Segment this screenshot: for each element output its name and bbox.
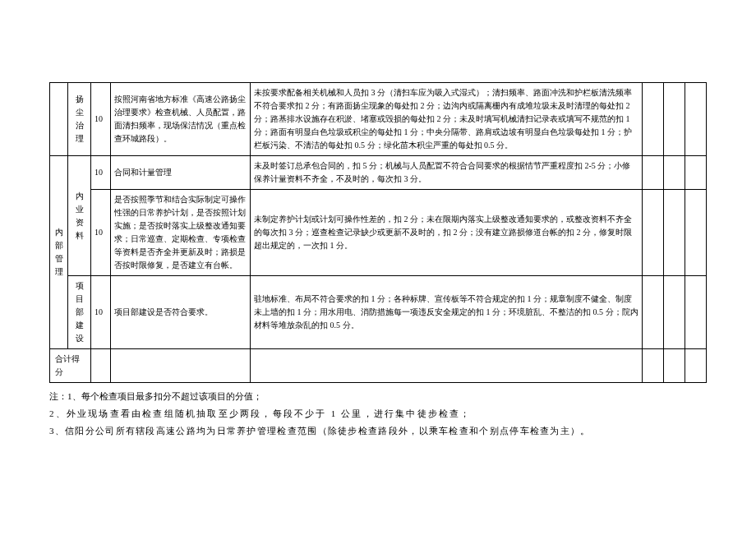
- cell-blank: [664, 156, 685, 190]
- cell-category: 内部管理: [50, 156, 68, 349]
- cell-requirement: 项目部建设是否符合要求。: [111, 276, 251, 349]
- cell-blank: [111, 349, 251, 383]
- footnotes: 注：1、每个检查项目最多扣分不超过该项目的分值； 2、外业现场查看由检查组随机抽…: [49, 388, 707, 440]
- footnote-2: 2、外业现场查看由检查组随机抽取至少两段，每段不少于 1 公里，进行集中徒步检查…: [49, 405, 707, 422]
- table-row-total: 合计得分: [50, 349, 707, 383]
- table-row: 内部管理 内业资料 10 合同和计量管理 未及时签订总承包合同的，扣 5 分；机…: [50, 156, 707, 190]
- cell-blank: [643, 190, 664, 276]
- cell-standard: 驻地标准、布局不符合要求的扣 1 分；各种标牌、宣传板等不符合规定的扣 1 分；…: [251, 276, 643, 349]
- cell-subitem: 扬尘治理: [68, 83, 91, 156]
- cell-standard: 未制定养护计划或计划可操作性差的，扣 2 分；未在限期内落实上级整改通知要求的，…: [251, 190, 643, 276]
- cell-blank: [251, 349, 643, 383]
- table-row: 项目部建设 10 项目部建设是否符合要求。 驻地标准、布局不符合要求的扣 1 分…: [50, 276, 707, 349]
- cell-blank: [685, 190, 707, 276]
- cell-score: 10: [91, 156, 111, 190]
- cell-requirement: 是否按照季节和结合实际制定可操作性强的日常养护计划，是否按照计划实施；是否按时落…: [111, 190, 251, 276]
- cell-requirement: 合同和计量管理: [111, 156, 251, 190]
- cell-requirement: 按照河南省地方标准《高速公路扬尘治理要求》检查机械、人员配置，路面清扫频率，现场…: [111, 83, 251, 156]
- footnote-1: 注：1、每个检查项目最多扣分不超过该项目的分值；: [49, 388, 707, 405]
- cell-total-label: 合计得分: [50, 349, 91, 383]
- cell-score: 10: [91, 190, 111, 276]
- cell-score: 10: [91, 83, 111, 156]
- cell-blank: [664, 190, 685, 276]
- cell-blank: [685, 276, 707, 349]
- cell-standard: 未及时签订总承包合同的，扣 5 分；机械与人员配置不符合合同要求的根据情节严重程…: [251, 156, 643, 190]
- cell-blank: [643, 83, 664, 156]
- cell-blank: [643, 276, 664, 349]
- cell-standard: 未按要求配备相关机械和人员扣 3 分（清扫车应为吸入式湿式）；清扫频率、路面冲洗…: [251, 83, 643, 156]
- cell-blank: [91, 349, 111, 383]
- cell-subitem: 内业资料: [68, 156, 91, 276]
- table-row: 10 是否按照季节和结合实际制定可操作性强的日常养护计划，是否按照计划实施；是否…: [50, 190, 707, 276]
- document-page: 扬尘治理 10 按照河南省地方标准《高速公路扬尘治理要求》检查机械、人员配置，路…: [0, 0, 756, 473]
- footnote-3: 3、信阳分公司所有辖段高速公路均为日常养护管理检查范围（除徒步检查路段外，以乘车…: [49, 422, 707, 440]
- table-row: 扬尘治理 10 按照河南省地方标准《高速公路扬尘治理要求》检查机械、人员配置，路…: [50, 83, 707, 156]
- cell-subitem: 项目部建设: [68, 276, 91, 349]
- cell-score: 10: [91, 276, 111, 349]
- cell-blank: [643, 156, 664, 190]
- cell-blank: [685, 83, 707, 156]
- cell-blank: [643, 349, 664, 383]
- cell-blank: [664, 276, 685, 349]
- cell-blank: [664, 83, 685, 156]
- cell-blank: [664, 349, 685, 383]
- cell-blank: [685, 156, 707, 190]
- cell-category: [50, 83, 68, 156]
- cell-blank: [685, 349, 707, 383]
- inspection-table: 扬尘治理 10 按照河南省地方标准《高速公路扬尘治理要求》检查机械、人员配置，路…: [49, 82, 707, 383]
